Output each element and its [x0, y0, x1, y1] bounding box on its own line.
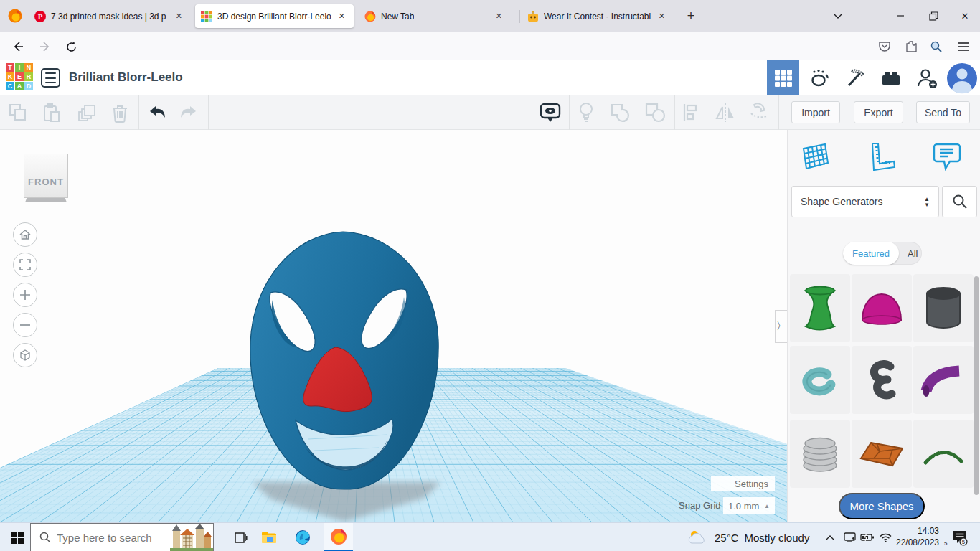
- send-to-button[interactable]: Send To: [916, 101, 970, 123]
- start-button[interactable]: [3, 523, 32, 551]
- tray-cast-icon[interactable]: [841, 523, 858, 551]
- undo-icon[interactable]: [146, 102, 168, 123]
- tab-pinterest[interactable]: P 7 3d printed mask ideas | 3d pri ✕: [29, 4, 191, 28]
- reload-button[interactable]: [62, 37, 80, 56]
- tab-close-icon[interactable]: ✕: [173, 10, 185, 22]
- clock-widget[interactable]: 14:0322/08/2023: [894, 523, 941, 551]
- zoom-in-button[interactable]: [13, 283, 37, 307]
- tab-close-icon[interactable]: ✕: [493, 10, 505, 22]
- minimize-button[interactable]: [884, 0, 917, 32]
- windows-logo-icon: [11, 532, 24, 544]
- show-hidden-bulb-icon[interactable]: [575, 102, 597, 123]
- shape-card-stone-tile[interactable]: [852, 420, 912, 488]
- search-highlight-image[interactable]: [170, 524, 213, 551]
- back-button[interactable]: [9, 37, 27, 56]
- shapes-panel: Shape Generators ▲▼ Featured All: [787, 130, 980, 522]
- edge-button[interactable]: [288, 523, 317, 551]
- tab-close-icon[interactable]: ✕: [656, 10, 668, 22]
- copy-icon[interactable]: [7, 102, 29, 123]
- firefox-view-icon[interactable]: [7, 8, 23, 24]
- duplicate-icon[interactable]: [76, 102, 98, 123]
- show-all-icon[interactable]: [540, 102, 561, 123]
- design-title: Brilliant Blorr-Leelo: [69, 70, 183, 85]
- chevron-up-icon: [826, 534, 834, 540]
- pocket-icon[interactable]: [875, 37, 894, 56]
- weather-temp: 25°C: [715, 532, 739, 544]
- shape-card-coil[interactable]: [852, 346, 912, 414]
- weather-icon: [687, 529, 709, 546]
- firefox-button-active[interactable]: [324, 523, 353, 551]
- tab-all[interactable]: All: [899, 248, 926, 259]
- tab-instructables[interactable]: Wear It Contest - Instructables ✕: [522, 4, 674, 28]
- zoom-out-button[interactable]: [13, 313, 37, 337]
- shape-card-elbow-pipe[interactable]: [913, 346, 974, 414]
- shape-category-dropdown[interactable]: Shape Generators ▲▼: [791, 186, 939, 217]
- panel-scrollbar[interactable]: [974, 276, 979, 495]
- list-all-tabs-button[interactable]: [821, 0, 854, 32]
- import-button[interactable]: Import: [791, 101, 840, 123]
- windows-taskbar: 25°C Mostly cloudy 14:0322/08/2023 5 5: [0, 522, 980, 551]
- window-close-button[interactable]: ✕: [948, 0, 980, 32]
- paste-icon[interactable]: [40, 102, 62, 123]
- file-explorer-button[interactable]: [255, 523, 283, 551]
- shape-card-hyperboloid[interactable]: [790, 274, 850, 342]
- ungroup-icon[interactable]: [645, 102, 666, 123]
- delete-icon[interactable]: [109, 102, 131, 123]
- search-input[interactable]: [57, 532, 164, 544]
- tab-close-icon[interactable]: ✕: [336, 10, 348, 22]
- view-cube-front-face[interactable]: FRONT: [24, 154, 68, 198]
- design-canvas[interactable]: FRONT Settings Snap Grid 1.0 mm ▲ 〉 Shap…: [0, 130, 980, 522]
- align-icon[interactable]: [681, 102, 702, 123]
- snap-grid-dropdown[interactable]: 1.0 mm ▲: [723, 497, 775, 514]
- profile-avatar[interactable]: [946, 60, 978, 95]
- notification-center-button[interactable]: 5: [946, 523, 974, 551]
- view-cube[interactable]: FRONT: [24, 154, 68, 202]
- mirror-flip-icon[interactable]: [715, 102, 736, 123]
- more-shapes-button[interactable]: More Shapes: [839, 493, 925, 519]
- minecraft-export-button[interactable]: [839, 60, 871, 95]
- view-cube-bottom-face[interactable]: [25, 198, 67, 202]
- search-icon: [39, 532, 51, 543]
- shape-card-stacked-discs[interactable]: [790, 420, 850, 488]
- brick-export-button[interactable]: [875, 60, 907, 95]
- restore-button[interactable]: [917, 0, 950, 32]
- shape-card-dotted-arc[interactable]: [913, 420, 974, 488]
- panel-collapse-button[interactable]: 〉: [775, 310, 788, 343]
- share-add-user-button[interactable]: [910, 60, 943, 95]
- forward-button[interactable]: [36, 37, 55, 56]
- redo-icon[interactable]: [178, 102, 199, 123]
- weather-widget[interactable]: 25°C Mostly cloudy: [687, 523, 809, 551]
- task-view-button[interactable]: [226, 523, 255, 551]
- home-view-button[interactable]: [13, 222, 37, 247]
- new-tab-button[interactable]: +: [682, 7, 700, 26]
- tab-new-tab[interactable]: New Tab ✕: [359, 4, 511, 28]
- taskbar-search-box[interactable]: [30, 523, 214, 551]
- tab-featured[interactable]: Featured: [843, 242, 899, 265]
- ruler-tool-icon[interactable]: [864, 140, 897, 173]
- menu-hamburger-icon[interactable]: [954, 37, 973, 56]
- tinkercad-logo[interactable]: TIN KER CAD: [6, 63, 34, 93]
- shape-card-open-torus[interactable]: [790, 346, 850, 414]
- tab-tinkercad-active[interactable]: 3D design Brilliant Blorr-Leelo | ✕: [195, 4, 354, 28]
- tray-wifi-icon[interactable]: [877, 523, 894, 551]
- tinkercad-icon: [201, 11, 212, 22]
- shape-card-cylinder[interactable]: [913, 274, 974, 342]
- perspective-toggle-button[interactable]: [13, 343, 37, 367]
- zoom-magnifier-icon[interactable]: [927, 37, 946, 56]
- snap-magnet-icon[interactable]: [748, 102, 770, 123]
- shape-search-button[interactable]: [942, 186, 977, 217]
- sim-lab-button[interactable]: [803, 60, 835, 95]
- shape-card-dome[interactable]: [852, 274, 912, 342]
- settings-button[interactable]: Settings: [711, 476, 775, 491]
- extensions-puzzle-icon[interactable]: [902, 37, 920, 56]
- fit-view-button[interactable]: [13, 253, 37, 277]
- design-menu-icon[interactable]: [41, 68, 60, 88]
- notes-tool-icon[interactable]: [930, 140, 963, 173]
- mode-3d-design-button[interactable]: [767, 60, 799, 95]
- group-icon[interactable]: [610, 102, 631, 123]
- export-button[interactable]: Export: [854, 101, 903, 123]
- browser-tab-bar: P 7 3d printed mask ideas | 3d pri ✕ 3D …: [0, 0, 980, 32]
- workplane-tool-icon[interactable]: [798, 140, 831, 173]
- tray-expand-button[interactable]: [822, 523, 838, 551]
- tray-battery-icon[interactable]: [858, 523, 877, 551]
